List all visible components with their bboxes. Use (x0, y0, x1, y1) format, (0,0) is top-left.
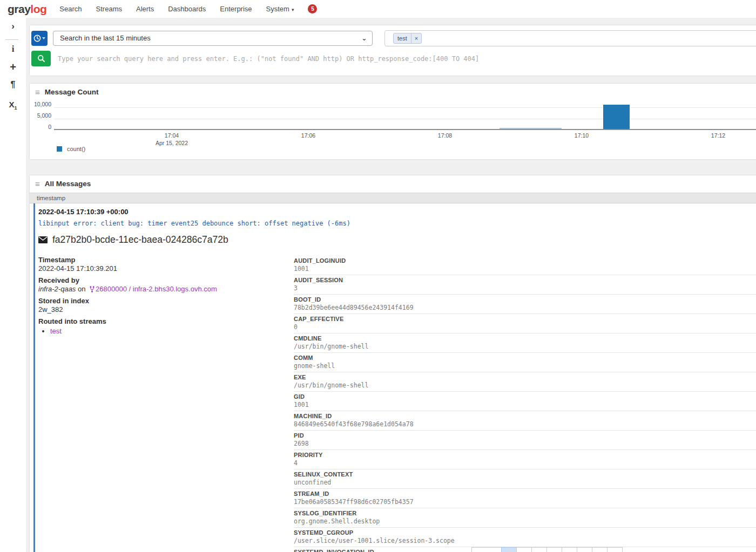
field-value: 2698 (294, 440, 756, 447)
node-link[interactable]: 26800000 / infra-2.bhs30.logs.ovh.com (96, 285, 217, 293)
field-name[interactable]: PID (294, 432, 756, 439)
nav-item-search[interactable]: Search (59, 5, 82, 13)
received-on-text: on (76, 285, 87, 293)
pagination-page-button[interactable] (531, 547, 547, 552)
message-count-widget: ≡ Message Count 10,000 5,000 0 17:04 17:… (30, 84, 756, 159)
legend-label-count[interactable]: count() (67, 146, 85, 152)
field-value: 17be06a0585347ff98d6c02705fb4357 (294, 499, 756, 506)
chart-legend: count() (57, 146, 85, 152)
notification-badge[interactable]: 5 (308, 4, 317, 13)
graylog-logo[interactable]: graylog (8, 0, 46, 18)
field-row: MACHINE_ID 846849e6540f43f68e798a6e1d054… (294, 411, 756, 431)
pagination-page-button-active[interactable] (501, 547, 517, 552)
field-name[interactable]: EXE (294, 374, 756, 380)
field-row: SYSTEMD_CGROUP /user.slice/user-1001.sli… (294, 528, 756, 547)
logo-gray-part: gray (8, 3, 30, 15)
fields-icon-x: X (9, 100, 14, 109)
add-icon[interactable]: + (0, 61, 26, 73)
top-navigation: graylog Search Streams Alerts Dashboards… (0, 0, 756, 18)
metadata-value: 2022-04-15 17:10:39.201 (38, 264, 281, 273)
column-header-timestamp[interactable]: timestamp (37, 193, 65, 203)
metadata-routed-streams: Routed into streams test (38, 317, 281, 336)
input-name: infra-2-qaas (38, 285, 76, 293)
stream-list-item: test (50, 327, 281, 336)
message-preview-text[interactable]: libinput error: client bug: timer event2… (38, 220, 756, 227)
metadata-stored-index: Stored in index 2w_382 (38, 297, 281, 314)
field-name[interactable]: AUDIT_SESSION (294, 277, 756, 283)
expand-sidebar-icon[interactable]: › (0, 21, 26, 32)
search-bar-panel: Search in the last 15 minutes ⌄ test × (30, 25, 756, 76)
fields-icon[interactable]: X1 (0, 100, 26, 111)
y-tick-0: 0 (30, 124, 51, 130)
messages-table-header: timestamp (30, 193, 756, 203)
field-name[interactable]: GID (294, 393, 756, 400)
field-value: gnome-shell (294, 363, 756, 370)
formatting-icon[interactable]: ¶ (0, 80, 26, 90)
time-range-selected-value: Search in the last 15 minutes (60, 34, 151, 42)
pagination-prev-button[interactable] (471, 547, 502, 552)
metadata-received-by: Received by infra-2-qaas on 26800000 / i… (38, 276, 281, 294)
message-id-row[interactable]: fa27b2b0-bcde-11ec-baea-024286c7a72b (38, 234, 756, 246)
field-name[interactable]: SYSLOG_IDENTIFIER (294, 510, 756, 516)
pagination-page-button[interactable] (546, 547, 562, 552)
caret-down-icon: ▾ (292, 7, 294, 12)
field-name[interactable]: SELINUX_CONTEXT (294, 471, 756, 478)
field-value: org.gnome.Shell.desktop (294, 518, 756, 525)
metadata-timestamp: Timestamp 2022-04-15 17:10:39.201 (38, 256, 281, 273)
stream-chip: test × (393, 33, 422, 44)
field-row: SELINUX_CONTEXT unconfined (294, 469, 756, 489)
x-tick-1710: 17:10 (565, 132, 598, 139)
chart-plot-area: 17:04 17:06 17:08 17:10 17:12 Apr 15, 20… (54, 104, 756, 130)
pagination-page-button[interactable] (516, 547, 532, 552)
time-range-select[interactable]: Search in the last 15 minutes ⌄ (53, 31, 373, 46)
search-query-input[interactable] (53, 51, 756, 66)
pagination-page-button[interactable] (577, 547, 592, 552)
x-tick-1706: 17:06 (292, 132, 325, 139)
nav-item-system[interactable]: System▾ (266, 5, 294, 13)
field-name[interactable]: MACHINE_ID (294, 413, 756, 419)
widget-title: All Messages (45, 180, 91, 188)
metadata-label: Stored in index (38, 297, 281, 305)
field-name[interactable]: CAP_EFFECTIVE (294, 316, 756, 322)
nav-item-dashboards[interactable]: Dashboards (168, 5, 206, 13)
widget-menu-icon[interactable]: ≡ (35, 88, 40, 96)
field-name[interactable]: AUDIT_LOGINUID (294, 257, 756, 264)
metadata-label: Routed into streams (38, 317, 281, 325)
field-name[interactable]: BOOT_ID (294, 296, 756, 303)
pagination-page-button[interactable] (592, 547, 608, 552)
chevron-down-icon: ⌄ (361, 31, 367, 45)
nav-item-enterprise[interactable]: Enterprise (220, 5, 252, 13)
field-value: 78b2d39be6ee44d89456e243914f4169 (294, 304, 756, 311)
info-icon[interactable]: i (0, 44, 26, 54)
nav-item-alerts[interactable]: Alerts (136, 5, 154, 13)
remove-chip-icon[interactable]: × (411, 33, 421, 43)
widget-title: Message Count (45, 88, 99, 96)
widget-header: ≡ All Messages (35, 180, 91, 188)
stream-filter-input[interactable]: test × (384, 30, 756, 46)
field-row: EXE /usr/bin/gnome-shell (294, 372, 756, 392)
legend-swatch-count (57, 146, 62, 152)
x-tick-1708: 17:08 (429, 132, 461, 139)
time-range-config-button[interactable] (31, 31, 48, 46)
field-name[interactable]: SYSTEMD_CGROUP (294, 529, 756, 536)
nav-item-streams[interactable]: Streams (96, 5, 122, 13)
field-row: BOOT_ID 78b2d39be6ee44d89456e243914f4169 (294, 295, 756, 314)
field-name[interactable]: CMDLINE (294, 335, 756, 342)
widget-menu-icon[interactable]: ≡ (35, 180, 40, 188)
field-row: AUDIT_LOGINUID 1001 (294, 256, 756, 275)
field-name[interactable]: COMM (294, 355, 756, 361)
gridline-10000 (54, 107, 756, 108)
field-name[interactable]: PRIORITY (294, 452, 756, 458)
search-submit-button[interactable] (31, 51, 51, 66)
field-value: /user.slice/user-1001.slice/session-3.sc… (294, 537, 756, 544)
field-value: 846849e6540f43f68e798a6e1d054a78 (294, 421, 756, 428)
pagination-page-button[interactable] (607, 547, 623, 552)
message-fields-column: AUDIT_LOGINUID 1001 AUDIT_SESSION 3 BOOT… (294, 256, 756, 552)
widget-header: ≡ Message Count (35, 88, 99, 96)
search-sidebar-rail: › i + ¶ X1 (0, 18, 26, 552)
message-timestamp[interactable]: 2022-04-15 17:10:39 +00:00 (38, 208, 756, 216)
field-name[interactable]: STREAM_ID (294, 490, 756, 497)
stream-link[interactable]: test (50, 327, 62, 335)
pagination-page-button[interactable] (562, 547, 577, 552)
logo-log-part: log (30, 3, 46, 15)
